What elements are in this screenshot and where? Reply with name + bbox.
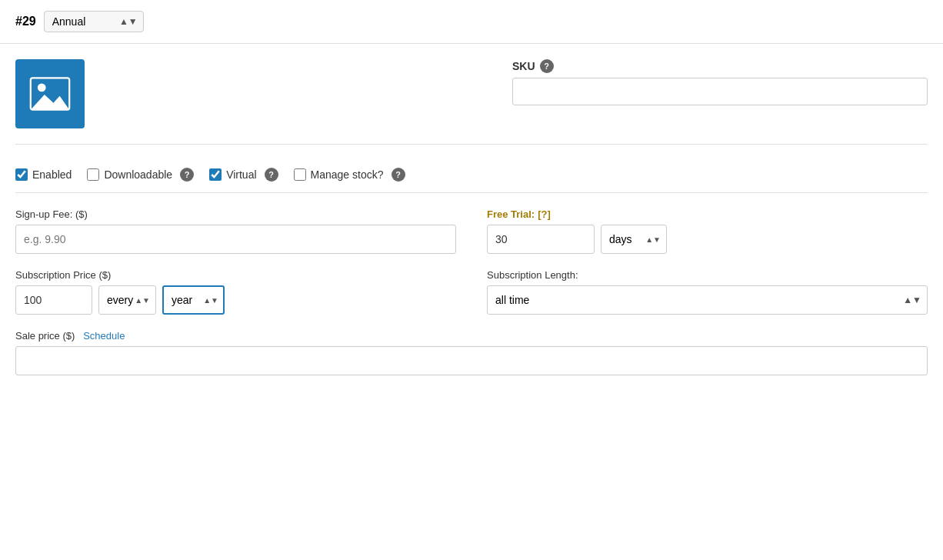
signup-fee-label: Sign-up Fee: ($) [15,208,456,220]
top-bar: #29 Annual Monthly Weekly ▲▼ [0,0,943,44]
virtual-checkbox[interactable] [209,168,222,181]
virtual-label[interactable]: Virtual [226,168,256,181]
downloadable-help-icon[interactable]: ? [180,168,194,182]
subscription-length-wrapper: all time 1 month 3 months 6 months 1 yea… [487,285,928,315]
subscription-period-select[interactable]: day week month year [162,285,225,315]
free-trial-period-select[interactable]: days weeks months years [601,225,667,254]
free-trial-inputs: days weeks months years ▲▼ [487,225,928,254]
free-trial-period-wrapper: days weeks months years ▲▼ [601,225,667,254]
downloadable-checkbox[interactable] [87,168,99,181]
free-trial-label: Free Trial: [487,208,535,220]
free-trial-value-input[interactable] [487,225,595,254]
sku-input[interactable] [512,78,928,105]
subscription-price-inputs: every ▲▼ day week month year ▲▼ [15,285,456,315]
signup-fee-input[interactable] [15,225,456,254]
sale-price-label-text: Sale price ($) [15,330,75,342]
downloadable-label[interactable]: Downloadable [104,168,172,181]
checkboxes-row: Enabled Downloadable ? Virtual ? Manage … [15,157,928,193]
subscription-length-select[interactable]: all time 1 month 3 months 6 months 1 yea… [487,285,928,315]
subscription-interval-select[interactable]: every [98,285,156,315]
subscription-length-group: Subscription Length: all time 1 month 3 … [487,269,928,315]
variation-select-wrapper: Annual Monthly Weekly ▲▼ [44,11,144,32]
image-sku-row: SKU ? [15,59,928,145]
enabled-label[interactable]: Enabled [32,168,72,181]
manage-stock-checkbox[interactable] [294,168,306,181]
subscription-price-group: Subscription Price ($) every ▲▼ day week [15,269,456,315]
svg-marker-2 [31,95,69,110]
product-image-icon [29,73,71,115]
subscription-length-label: Subscription Length: [487,269,928,281]
sku-section: SKU ? [512,59,928,105]
free-trial-help-link[interactable]: [?] [538,208,551,220]
variation-select[interactable]: Annual Monthly Weekly [44,11,144,32]
manage-stock-label[interactable]: Manage stock? [311,168,384,181]
subscription-period-wrapper: day week month year ▲▼ [162,285,225,315]
main-content: SKU ? Enabled Downloadable ? Virtual ? [0,44,943,391]
virtual-help-icon[interactable]: ? [265,168,278,182]
fields-section: Sign-up Fee: ($) Free Trial: [?] days we… [15,208,928,315]
item-number: #29 [15,15,36,28]
svg-point-1 [38,84,46,92]
sale-price-label-row: Sale price ($) Schedule [15,330,928,342]
sku-label: SKU [512,60,535,72]
manage-stock-checkbox-item: Manage stock? ? [294,168,405,182]
sale-price-schedule-link[interactable]: Schedule [83,330,125,342]
downloadable-checkbox-item: Downloadable ? [87,168,194,182]
product-image-placeholder[interactable] [15,59,85,128]
signup-fee-group: Sign-up Fee: ($) [15,208,456,254]
enabled-checkbox-item: Enabled [15,168,72,181]
free-trial-group: Free Trial: [?] days weeks months years … [487,208,928,254]
sale-price-input[interactable] [15,346,928,375]
sku-help-icon[interactable]: ? [540,59,554,73]
enabled-checkbox[interactable] [15,168,28,181]
subscription-interval-wrapper: every ▲▼ [98,285,156,315]
virtual-checkbox-item: Virtual ? [209,168,278,182]
page-wrapper: #29 Annual Monthly Weekly ▲▼ SKU [0,0,943,560]
sale-price-section: Sale price ($) Schedule [15,330,928,375]
manage-stock-help-icon[interactable]: ? [392,168,405,182]
subscription-price-label: Subscription Price ($) [15,269,456,281]
subscription-price-input[interactable] [15,285,92,315]
sku-label-row: SKU ? [512,59,928,73]
